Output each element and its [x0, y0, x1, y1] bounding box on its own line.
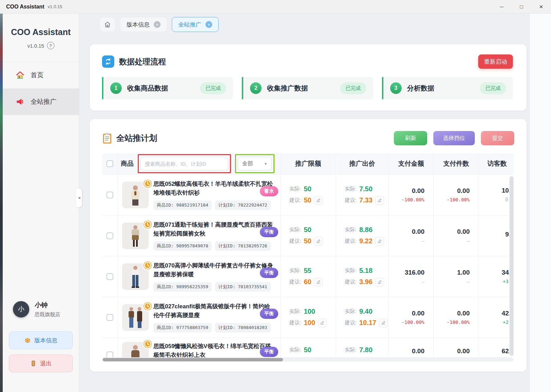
refresh-button[interactable]: 刷新 — [394, 131, 427, 145]
select-all-checkbox[interactable] — [106, 160, 113, 167]
logout-button[interactable]: 退出 — [9, 355, 73, 372]
close-icon[interactable]: × — [154, 21, 161, 28]
close-icon[interactable]: × — [205, 21, 212, 28]
step-collect-promotion: 2 收集推广数据 已完成 — [242, 77, 373, 99]
user-profile: 小 小钟 思既旗舰店 — [3, 301, 79, 318]
product-photo — [122, 182, 149, 208]
tab-bar: 版本信息 × 全站推广 × — [100, 17, 219, 32]
sync-icon — [102, 55, 114, 68]
bid-actual: 8.86 — [359, 226, 372, 234]
bid-suggest: 9.22 — [359, 237, 372, 245]
sidebar-item-label: 全站推广 — [31, 97, 56, 106]
table-row: 思既070高弹小脚薄绒牛仔裤复古牛仔裤女修身显瘦锥形裤保暖 商品ID: 9899… — [102, 256, 514, 297]
window-version: v1.0.15 — [48, 4, 62, 9]
plan-id-chip: 计划ID: 78084018203 — [215, 323, 270, 332]
sidebar-collapse-handle[interactable]: ◀ — [76, 188, 82, 208]
sidebar-item-home[interactable]: 首页 — [3, 62, 79, 88]
window-controls: ─ □ × — [492, 0, 551, 14]
limit-suggest: 60 — [304, 278, 311, 286]
user-name: 小钟 — [35, 301, 60, 310]
select-gear-button[interactable]: 选择挡位 — [433, 131, 475, 145]
tab-label: 版本信息 — [127, 21, 150, 29]
filter-dropdown[interactable]: 全部 ▼ — [238, 157, 272, 170]
maximize-button[interactable]: □ — [512, 0, 531, 14]
edit-icon[interactable] — [318, 318, 327, 327]
product-id-chip: 商品ID: 989957849078 — [153, 241, 212, 251]
pay-count: 1.00 — [457, 269, 470, 276]
annotation-green-box: 全部 ▼ — [235, 154, 274, 173]
tab-home[interactable] — [100, 17, 115, 32]
status-badge: 蓄水 — [260, 186, 278, 196]
clock-icon — [143, 260, 153, 271]
clock-icon — [143, 179, 153, 189]
edit-icon[interactable] — [379, 318, 388, 327]
product-id-chip: 商品ID: 977758803759 — [153, 323, 212, 332]
submit-button[interactable]: 提交 — [481, 131, 514, 145]
process-card-title: 数据处理流程 — [119, 56, 166, 67]
product-column-header: 商品 — [121, 159, 134, 168]
product-id-chip: 商品ID: 988521917184 — [153, 200, 212, 210]
edit-icon[interactable] — [314, 196, 323, 205]
edit-icon[interactable] — [375, 196, 384, 205]
sidebar-item-site-promotion[interactable]: 全站推广 — [3, 88, 79, 115]
limit-actual: 50 — [304, 346, 311, 354]
restart-button[interactable]: 重新启动 — [478, 54, 513, 69]
edit-icon[interactable] — [375, 237, 384, 246]
bid-actual: 9.40 — [359, 308, 372, 315]
tab-version-info[interactable]: 版本信息 × — [120, 17, 167, 32]
step-collect-products: 1 收集商品数据 已完成 — [102, 77, 233, 99]
limit-suggest: 50 — [304, 196, 311, 204]
sidebar: COO Assistant v1.0.15 ? 首页 全站推广 小 小钟 思既旗… — [3, 14, 79, 392]
row-checkbox[interactable] — [106, 273, 113, 280]
minimize-button[interactable]: ─ — [492, 0, 512, 14]
megaphone-icon — [16, 97, 24, 106]
table-row: 思既071通勤干练短裤！高腰显瘦气质百搭西装短裤宽松阔腿裤女秋 商品ID: 98… — [102, 215, 514, 256]
row-checkbox[interactable] — [106, 314, 113, 321]
edit-icon[interactable] — [314, 278, 323, 287]
home-icon — [16, 71, 24, 80]
product-photo — [122, 263, 149, 290]
vertical-scrollbar[interactable] — [510, 176, 514, 356]
help-icon[interactable]: ? — [47, 42, 54, 49]
product-title: 思既071通勤干练短裤！高腰显瘦气质百搭西装短裤宽松阔腿裤女秋 — [153, 220, 273, 239]
edit-icon[interactable] — [375, 278, 384, 287]
scrollbar-thumb[interactable] — [103, 358, 283, 361]
step-number-badge: 2 — [250, 82, 262, 94]
plan-card-title: 全站推计划 — [116, 133, 157, 144]
product-photo — [122, 304, 149, 331]
avatar: 小 — [13, 301, 29, 317]
row-checkbox[interactable] — [106, 192, 113, 198]
table-body: 思既052螺纹高领毛衣！羊毛羊绒柔软不扎宽松堆堆领毛衣针织衫 商品ID: 988… — [102, 174, 514, 361]
table-header-row: 商品 全部 ▼ 推广限额 推广出价 支付金额 支付件数 访客数 — [102, 153, 514, 174]
table-row: 思既027cleanfit极简高级锥版牛仔裤！简约哈伦牛仔裤高腰显瘦 商品ID:… — [102, 297, 514, 338]
status-badge: 平衡 — [260, 309, 278, 319]
table-row: 思既052螺纹高领毛衣！羊毛羊绒柔软不扎宽松堆堆领毛衣针织衫 商品ID: 988… — [102, 174, 514, 215]
pay-amount: 0.00 — [412, 347, 424, 355]
visitors-column-header: 访客数 — [479, 153, 514, 174]
annotation-red-box — [138, 154, 231, 173]
product-title: 思既052螺纹高领毛衣！羊毛羊绒柔软不扎宽松堆堆领毛衣针织衫 — [153, 180, 273, 198]
clock-icon — [143, 301, 153, 311]
search-input[interactable] — [140, 157, 228, 170]
chevron-left-icon: ◀ — [78, 196, 80, 199]
bid-suggest: 3.96 — [359, 278, 372, 286]
desktop-background-strip — [0, 14, 3, 392]
clock-icon — [143, 339, 153, 349]
edit-icon[interactable] — [314, 237, 323, 246]
process-steps: 1 收集商品数据 已完成 2 收集推广数据 已完成 3 分析数据 已完成 — [102, 77, 513, 99]
row-checkbox[interactable] — [106, 232, 113, 239]
horizontal-scrollbar[interactable] — [102, 357, 514, 362]
shop-name: 思既旗舰店 — [35, 311, 60, 318]
pay-count: 0.00 — [457, 310, 470, 317]
tab-site-promotion[interactable]: 全站推广 × — [172, 17, 219, 32]
window-title: COO Assistant — [6, 4, 44, 10]
limit-column-header: 推广限额 — [280, 153, 336, 174]
limit-actual: 50 — [304, 226, 311, 234]
app-name: COO Assistant — [3, 27, 79, 37]
close-button[interactable]: × — [531, 0, 551, 14]
clock-icon — [143, 219, 153, 230]
sidebar-item-label: 首页 — [31, 71, 44, 80]
pay-count: 0.00 — [457, 228, 470, 235]
app-version: v1.0.15 — [27, 43, 44, 49]
version-info-button[interactable]: 版本信息 — [9, 331, 73, 349]
